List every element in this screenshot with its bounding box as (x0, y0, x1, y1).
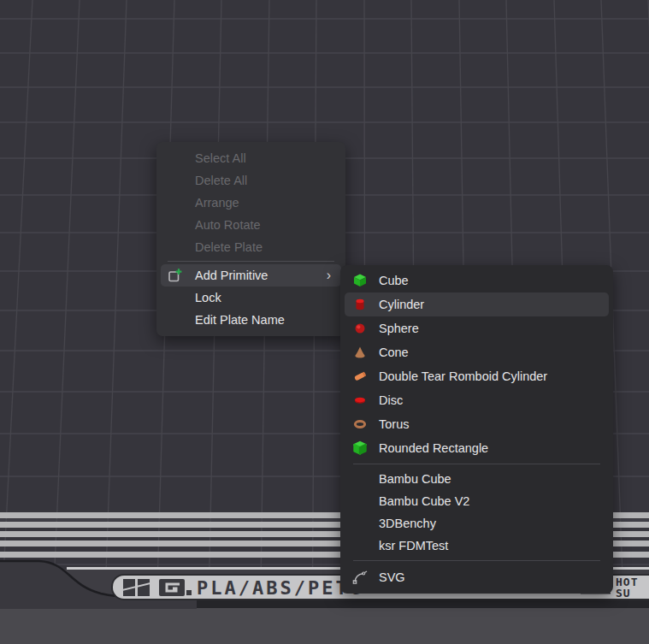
submenu-item-cube[interactable]: Cube (345, 269, 609, 292)
submenu-item-ksr-fdmtest[interactable]: ksr FDMTest (345, 535, 609, 557)
sphere-icon (352, 321, 368, 336)
cylinder-icon (352, 297, 368, 312)
submenu-separator (353, 464, 600, 464)
add-primitive-submenu: Cube Cylinder Sphere Cone (340, 265, 613, 594)
plate-context-menu: Select All Delete All Arrange Auto Rotat… (156, 142, 345, 336)
submenu-item-disc[interactable]: Disc (345, 388, 609, 412)
disc-icon (352, 393, 368, 408)
menu-item-arrange: Arrange (161, 192, 341, 214)
submenu-item-bambu-cube-v2[interactable]: Bambu Cube V2 (345, 490, 609, 512)
menu-separator (168, 261, 334, 262)
torus-icon (352, 417, 368, 432)
bezier-curve-icon (352, 570, 368, 585)
menu-item-delete-all: Delete All (161, 169, 341, 192)
plate-material-label: PLA/ABS/PETG (197, 576, 363, 599)
viewport-floor (0, 608, 649, 644)
submenu-item-cylinder[interactable]: Cylinder (345, 292, 609, 316)
menu-item-add-primitive[interactable]: Add Primitive › (161, 264, 341, 287)
menu-item-delete-plate: Delete Plate (161, 236, 341, 258)
g-logo-icon (159, 578, 192, 597)
menu-item-lock[interactable]: Lock (161, 287, 341, 309)
add-primitive-icon (168, 268, 183, 283)
bambu-panel-logo-icon (123, 578, 150, 597)
submenu-separator (353, 560, 600, 561)
rounded-rectangle-icon (352, 440, 368, 456)
submenu-item-bambu-cube[interactable]: Bambu Cube (345, 468, 609, 490)
menu-item-select-all: Select All (161, 147, 341, 169)
submenu-item-3dbenchy[interactable]: 3DBenchy (345, 512, 609, 535)
submenu-item-cone[interactable]: Cone (345, 340, 609, 364)
submenu-item-sphere[interactable]: Sphere (345, 316, 609, 340)
hot-surface-warning: HOT SU (616, 576, 638, 599)
slicer-3d-viewport[interactable]: PLA/ABS/PETG HOT SU Select All Delete Al… (0, 0, 649, 644)
romboid-cylinder-icon (352, 369, 368, 384)
chevron-right-icon: › (327, 264, 331, 287)
menu-item-auto-rotate: Auto Rotate (161, 214, 341, 236)
menu-item-edit-plate-name[interactable]: Edit Plate Name (161, 309, 341, 331)
submenu-item-double-tear-romboid-cylinder[interactable]: Double Tear Romboid Cylinder (345, 364, 609, 388)
submenu-item-rounded-rectangle[interactable]: Rounded Rectangle (345, 436, 609, 460)
cone-icon (352, 345, 368, 360)
submenu-item-torus[interactable]: Torus (345, 412, 609, 436)
cube-icon (352, 273, 368, 288)
submenu-item-svg[interactable]: SVG (345, 564, 609, 590)
